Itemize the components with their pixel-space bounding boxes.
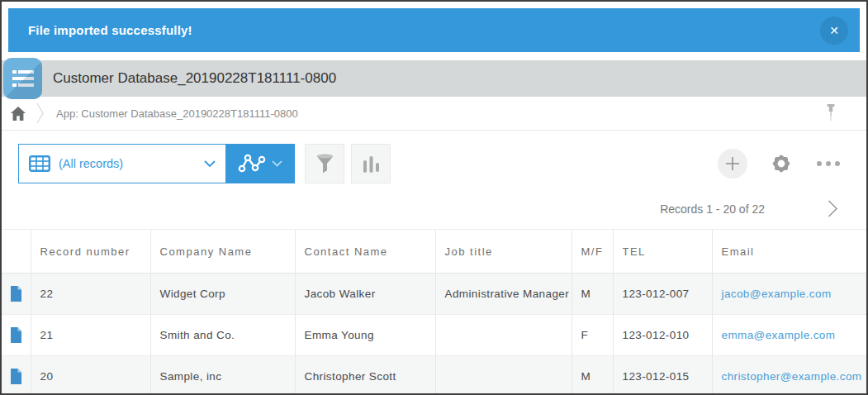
settings-button[interactable]: [771, 153, 792, 174]
cell-record-number: 20: [31, 356, 150, 395]
table-row: 20 Sample, inc Christopher Scott M 123-0…: [2, 356, 866, 395]
column-header-icon: [2, 230, 31, 274]
cell-company-name: Widget Corp: [150, 274, 295, 315]
record-document-icon[interactable]: [10, 327, 22, 343]
bar-chart-icon: [361, 155, 381, 173]
view-selector-group: (All records): [18, 144, 295, 183]
list-glyph-icon: [12, 69, 35, 88]
table-header-row: Record number Company Name Contact Name …: [2, 230, 866, 274]
column-header-job-title[interactable]: Job title: [435, 230, 572, 274]
breadcrumb-separator-icon: [36, 102, 45, 125]
breadcrumb: App: Customer Database_20190228T181111-0…: [2, 97, 866, 131]
app-title: Customer Database_20190228T181111-0800: [53, 70, 336, 87]
plus-icon: [724, 155, 741, 172]
next-page-button[interactable]: [828, 200, 838, 217]
app-header: Customer Database_20190228T181111-0800: [2, 60, 866, 97]
table-view-icon: [29, 155, 50, 172]
cell-email: emma@example.com: [712, 315, 866, 356]
cell-tel: 123-012-015: [613, 356, 712, 395]
cell-contact-name: Jacob Walker: [295, 274, 435, 315]
more-options-button[interactable]: [815, 156, 842, 171]
graph-icon: [238, 153, 266, 174]
home-button[interactable]: [10, 106, 26, 121]
chevron-down-icon: [272, 160, 282, 167]
cell-company-name: Sample, inc: [150, 356, 295, 395]
add-record-button[interactable]: [718, 149, 747, 178]
dot-icon: [817, 161, 822, 166]
home-icon: [10, 106, 26, 121]
pin-button[interactable]: [825, 103, 837, 123]
chevron-down-icon: [204, 160, 216, 168]
cell-mf: M: [572, 274, 613, 315]
filter-button[interactable]: [305, 144, 344, 183]
column-header-record-number[interactable]: Record number: [31, 230, 150, 274]
app-window: File imported successfully! ✕ Customer D…: [0, 0, 868, 395]
pagination: Records 1 - 20 of 22: [2, 183, 866, 217]
toolbar-right: [718, 149, 842, 178]
cell-job-title: Administrative Manager: [435, 274, 572, 315]
email-link[interactable]: emma@example.com: [722, 329, 836, 341]
dot-icon: [835, 161, 840, 166]
cell-job-title: [435, 315, 572, 356]
email-link[interactable]: jacob@example.com: [722, 288, 832, 300]
cell-contact-name: Emma Young: [295, 315, 435, 356]
app-icon[interactable]: [3, 58, 42, 99]
pin-icon: [825, 103, 837, 123]
cell-tel: 123-012-007: [613, 274, 712, 315]
cell-contact-name: Christopher Scott: [295, 356, 435, 395]
open-record-cell: [2, 315, 31, 356]
table-row: 21 Smith and Co. Emma Young F 123-012-01…: [2, 315, 866, 356]
records-summary: Records 1 - 20 of 22: [660, 202, 765, 216]
cell-mf: F: [572, 315, 613, 356]
cell-record-number: 22: [31, 274, 150, 315]
toolbar: (All records): [2, 131, 866, 183]
cell-email: christopher@example.com: [712, 356, 866, 395]
chart-button[interactable]: [351, 144, 391, 183]
funnel-icon: [315, 153, 335, 174]
record-document-icon[interactable]: [10, 286, 22, 302]
record-document-icon[interactable]: [10, 369, 22, 384]
dot-icon: [826, 161, 831, 166]
view-select-dropdown[interactable]: (All records): [19, 145, 225, 183]
banner-message: File imported successfully!: [28, 23, 192, 37]
column-header-tel[interactable]: TEL: [613, 230, 712, 274]
column-header-mf[interactable]: M/F: [572, 230, 613, 274]
close-banner-button[interactable]: ✕: [820, 17, 848, 45]
cell-email: jacob@example.com: [712, 274, 866, 315]
open-record-cell: [2, 356, 31, 395]
column-header-email[interactable]: Email: [712, 230, 866, 274]
cell-mf: M: [572, 356, 613, 395]
records-table: Record number Company Name Contact Name …: [2, 229, 866, 395]
column-header-contact-name[interactable]: Contact Name: [295, 230, 435, 274]
gear-icon: [771, 153, 792, 174]
view-select-value: (All records): [59, 157, 196, 170]
cell-tel: 123-012-010: [613, 315, 712, 356]
graph-view-button[interactable]: [225, 144, 295, 183]
success-banner: File imported successfully! ✕: [8, 8, 860, 52]
open-record-cell: [2, 274, 31, 315]
cell-record-number: 21: [31, 315, 150, 356]
email-link[interactable]: christopher@example.com: [722, 370, 862, 383]
cell-job-title: [435, 356, 572, 395]
chevron-right-icon: [828, 200, 838, 217]
table-row: 22 Widget Corp Jacob Walker Administrati…: [2, 274, 866, 315]
close-icon: ✕: [829, 24, 839, 37]
column-header-company-name[interactable]: Company Name: [150, 230, 295, 274]
cell-company-name: Smith and Co.: [150, 315, 295, 356]
breadcrumb-app-link[interactable]: App: Customer Database_20190228T181111-0…: [56, 107, 298, 120]
